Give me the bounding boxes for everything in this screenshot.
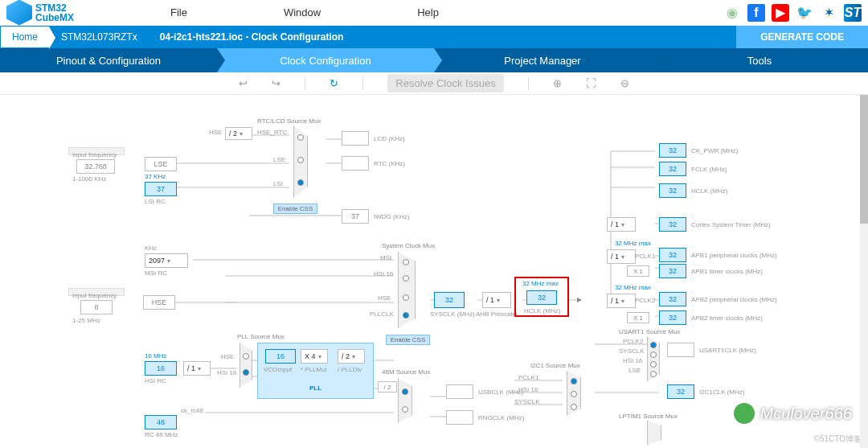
iwdg-freq-box: 37 [342,209,369,224]
hse-freq-input[interactable]: 8 [80,300,113,314]
hclk-max-label: 32 MHz max [522,280,559,287]
lse-freq-input[interactable]: 32.768 [76,159,115,174]
pll-hsi16-label: HSI 16 [217,369,236,376]
ckpwr-box: 32 [659,143,686,158]
rtc-freq-box [342,156,369,171]
pllclk-mux-label: PLLCLK [370,310,394,318]
breadcrumb-chip[interactable]: STM32L073RZTx [50,26,149,48]
input-freq-label-1: Input frequency [72,151,117,158]
pllmul-select[interactable]: X 4 [301,349,328,364]
scrollbar[interactable] [860,95,868,448]
logo-cube-icon [6,0,32,26]
hsi-freq-box: 16 [145,361,177,376]
menu-window[interactable]: Window [284,6,321,18]
i2c1-source-mux[interactable] [567,371,581,416]
cortex-label: Cortex System Timer (MHz) [691,221,771,228]
khz-label: KHz [145,245,157,252]
input-freq-hse-block: Input frequency [68,288,125,296]
system-clock-mux[interactable] [398,252,416,328]
apb2t-box: 32 [659,310,686,325]
pllmul-label: * PLLMul [301,366,326,373]
48m-div2-box: / 2 [378,381,397,393]
usart1-source-mux[interactable] [647,336,660,381]
generate-code-button[interactable]: GENERATE CODE [736,26,868,48]
apb1p-box: 32 [659,248,686,262]
facebook-icon[interactable]: f [747,4,765,22]
hclk2-label: HCLK (MHz) [691,187,727,195]
rc48-freq-box: 48 [145,415,177,430]
breadcrumb-home[interactable]: Home [0,26,50,48]
lptim-mux-label: LPTIM1 Source Mux [619,413,678,420]
apb2-div-select[interactable]: / 1 [607,294,636,308]
usart1clk-box [667,343,694,357]
lsi-freq-box: 37 [145,182,177,196]
pclk2-label: PCLK2 [635,297,655,304]
ahb-prescaler-select[interactable]: / 1 [482,292,511,308]
pclk1-label: PCLK1 [635,253,655,260]
breadcrumb-file[interactable]: 04-i2c1-hts221.ioc - Clock Configuration [149,26,355,48]
input-freq-label-2: Input frequency [72,292,117,299]
zoom-out-icon[interactable]: ⊖ [620,77,629,89]
tab-project[interactable]: Project Manager [434,48,651,72]
hsi-16mhz-label: 16 MHz [145,352,167,360]
apb1-div-select[interactable]: / 1 [607,249,636,264]
apb2-timer-mult: X 1 [627,312,649,323]
hse-label-rtc: HSE [209,129,222,136]
i2c1clk-label: I2C1CLK (MHz) [699,388,744,396]
rtc-mux[interactable] [293,125,308,198]
tab-tools[interactable]: Tools [651,48,868,72]
i2c1-pclk1-label: PCLK1 [518,374,538,381]
rngclk-label: RNGCLK (MHz) [478,414,524,421]
redo-icon[interactable]: ↪ [272,77,280,89]
lcd-label: LCD (KHz) [374,135,405,142]
rngclk-box [446,410,473,425]
network-icon[interactable]: ✶ [820,4,837,22]
ck-rc48-label: ck_rc48 [181,407,203,414]
badge-icon[interactable]: ◉ [723,4,741,22]
youtube-icon[interactable]: ▶ [772,4,789,22]
lse-range-label: 1-1000 KHz [72,175,106,183]
menu-help[interactable]: Help [417,6,439,18]
iwdg-label: IWDG (KHz) [374,213,409,220]
input-freq-lse-block: Input frequency [68,147,125,155]
hse-range-label: 1-25 MHz [72,317,100,324]
rtc-label: RTC (KHz) [374,160,405,167]
menu-file[interactable]: File [170,6,187,18]
cortex-div-select[interactable]: / 1 [607,217,636,232]
ahb-label: AHB Prescaler [476,310,518,318]
apb2t-label: APB2 timer clocks (MHz) [691,314,763,322]
apb1-timer-mult: X 1 [627,265,649,277]
usbclk-box [446,384,473,399]
i2c1-hsi16-label: HSI 16 [518,386,538,393]
enable-css-button-1[interactable]: Enable CSS [273,203,317,214]
pll-label: PLL [309,384,321,392]
lsi-mux-label: LSI [273,180,283,187]
fullscreen-icon[interactable]: ⛶ [586,77,596,89]
sys-mux-label: System Clock Mux [382,242,435,249]
reset-icon[interactable]: ↻ [330,77,338,89]
zoom-in-icon[interactable]: ⊕ [553,77,562,89]
msi-freq-select[interactable]: 2097 [145,253,188,268]
hse-rtc-label: HSE_RTC [257,129,287,136]
undo-icon[interactable]: ↩ [239,77,248,89]
logo-text-1: STM32 [35,3,74,13]
breadcrumb: Home STM32L073RZTx 04-i2c1-hts221.ioc - … [0,26,868,48]
logo-text-2: CubeMX [35,13,74,23]
st-logo-icon[interactable]: ST [844,4,862,22]
tab-clock[interactable]: Clock Configuration [217,48,434,72]
enable-css-button-2[interactable]: Enable CSS [386,335,430,345]
hse-rtc-div-select[interactable]: / 2 [225,127,252,140]
lcd-freq-box [342,131,369,146]
lse-box: LSE [145,157,177,171]
usart1-lse-label: LSE [628,367,641,374]
lsi-37khz-label: 37 KHz [145,173,166,180]
usart1-pclk2-label: PCLK2 [623,338,643,345]
watermark: Mculover666 [734,403,852,424]
usart1-hsi16-label: HSI 16 [623,357,642,364]
usbclk-label: USBCLK (MHz) [478,388,523,396]
i2c1clk-box: 32 [667,384,694,399]
hsi-div-select[interactable]: / 1 [183,361,211,376]
twitter-icon[interactable]: 🐦 [796,4,813,22]
plldiv-select[interactable]: / 2 [338,349,365,364]
tab-pinout[interactable]: Pinout & Configuration [0,48,217,72]
